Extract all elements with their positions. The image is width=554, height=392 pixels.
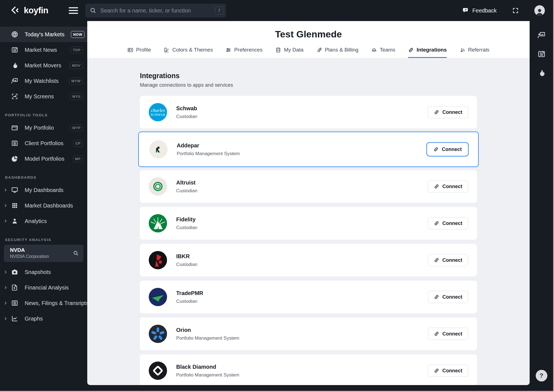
sidebar-item-my-portfolio[interactable]: My Portfolio MYP — [0, 120, 87, 135]
ticker-search-box[interactable]: NVDA NVIDIA Corporation — [4, 245, 83, 262]
sidebar-item-my-screens[interactable]: My Screens MYS — [0, 89, 87, 104]
altruist-logo — [149, 177, 167, 196]
integration-name: Orion — [176, 327, 239, 333]
watchlist-icon — [11, 77, 18, 84]
tab-label: Preferences — [234, 47, 262, 53]
menu-hamburger-icon[interactable] — [69, 7, 78, 14]
integration-name: Black Diamond — [176, 364, 239, 370]
integration-type: Custodian — [176, 299, 203, 304]
settings-tabs: Profile Colors & Themes — [87, 47, 530, 58]
link-icon — [434, 109, 439, 115]
tab-label: My Data — [284, 47, 304, 53]
sidebar-item-client-portfolios[interactable]: Client Portfolios CP — [0, 135, 87, 151]
news-panel-icon[interactable] — [537, 50, 546, 58]
connect-label: Connect — [442, 331, 462, 337]
pie-chart-icon — [11, 155, 18, 162]
link-icon — [434, 294, 439, 300]
schwab-logo-line2: SCHWAB — [150, 113, 165, 117]
shortcut-badge: MYW — [69, 78, 83, 84]
sidebar-item-model-portfolios[interactable]: Model Portfolios MP — [0, 151, 87, 166]
portfolios-icon — [11, 140, 18, 147]
tab-referrals[interactable]: Referrals — [460, 47, 489, 58]
database-icon — [275, 47, 281, 53]
tab-integrations[interactable]: Integrations — [408, 47, 447, 58]
integrations-heading: Integrations — [140, 72, 477, 80]
search-icon — [73, 250, 79, 256]
tab-colors-themes[interactable]: Colors & Themes — [164, 47, 213, 58]
fullscreen-icon[interactable] — [512, 7, 519, 14]
global-search[interactable]: / — [85, 4, 226, 17]
connect-label: Connect — [442, 368, 462, 374]
sidebar-item-label: Analytics — [25, 218, 47, 224]
koyfin-logo-text: koyfin — [24, 6, 48, 16]
sidebar-item-label: Graphs — [25, 316, 43, 322]
page-title: Test Glenmede — [87, 29, 530, 40]
connect-button-black-diamond[interactable]: Connect — [428, 365, 468, 377]
sidebar-item-financial-analysis[interactable]: $ Financial Analysis — [0, 280, 87, 295]
shortcut-badge: TOP — [71, 47, 83, 53]
connect-button-orion[interactable]: Connect — [428, 328, 468, 340]
shortcut-badge: MOV — [70, 62, 83, 69]
koyfin-logo-icon — [11, 6, 20, 15]
sidebar-item-my-dashboards[interactable]: My Dashboards — [0, 182, 87, 198]
line-chart-icon — [11, 315, 18, 322]
fidelity-logo — [149, 214, 167, 232]
newspaper-icon — [11, 299, 18, 307]
tab-preferences[interactable]: Preferences — [225, 47, 262, 58]
sidebar-item-my-watchlists[interactable]: My Watchlists MYW — [0, 73, 87, 89]
chevron-right-icon — [4, 188, 7, 192]
sidebar-item-market-dashboards[interactable]: Market Dashboards — [0, 198, 87, 213]
sidebar-item-market-news[interactable]: Market News TOP — [0, 42, 87, 58]
connect-label: Connect — [442, 294, 462, 300]
connect-button-fidelity[interactable]: Connect — [428, 217, 468, 229]
sidebar-item-label: Today's Markets — [25, 31, 65, 38]
shortcut-badge: MYS — [70, 93, 83, 100]
connect-label: Connect — [442, 147, 462, 152]
feedback-button[interactable]: Feedback — [462, 7, 497, 14]
wallet-icon — [11, 124, 18, 131]
sidebar-item-todays-markets[interactable]: Today's Markets NOW — [0, 27, 87, 42]
shortcut-badge: CP — [73, 140, 83, 147]
integration-card-schwab: charles SCHWAB Schwab Custodian Connect — [140, 96, 477, 129]
integration-type: Portfolio Management System — [176, 335, 239, 341]
slash-shortcut-key: / — [215, 6, 223, 15]
sidebar-item-graphs[interactable]: Graphs — [0, 311, 87, 326]
monitor-icon — [11, 186, 18, 194]
sidebar-item-snapshots[interactable]: Snapshots — [0, 264, 87, 280]
connect-button-tradepmr[interactable]: Connect — [428, 291, 468, 303]
connect-button-schwab[interactable]: Connect — [428, 106, 468, 118]
link-icon — [434, 221, 439, 226]
tab-plans-billing[interactable]: Plans & Billing — [316, 47, 358, 58]
watchlist-panel-icon[interactable] — [537, 31, 546, 39]
tab-teams[interactable]: Teams — [371, 47, 395, 58]
sidebar-item-label: My Portfolio — [25, 125, 54, 131]
integration-name: Fidelity — [176, 216, 198, 223]
integration-name: Altruist — [176, 180, 198, 186]
help-button[interactable]: ? — [536, 370, 547, 381]
link-icon — [434, 368, 439, 373]
movers-panel-icon[interactable] — [537, 69, 546, 77]
sidebar-item-news-filings-transcripts[interactable]: News, Filings & Transripts — [0, 295, 87, 311]
id-card-icon — [127, 47, 133, 53]
user-avatar[interactable] — [534, 5, 545, 16]
integration-card-addepar: Addepar Portfolio Management System Conn… — [138, 132, 479, 167]
integration-type: Custodian — [176, 225, 198, 230]
sidebar-item-label: Model Portfolios — [25, 156, 64, 162]
sidebar-item-label: Financial Analysis — [25, 285, 69, 291]
connect-button-altruist[interactable]: Connect — [428, 180, 468, 193]
search-input[interactable] — [100, 7, 215, 14]
tab-profile[interactable]: Profile — [127, 47, 151, 58]
connect-button-addepar[interactable]: Connect — [427, 143, 468, 155]
referrals-icon — [460, 47, 465, 53]
koyfin-logo[interactable]: koyfin — [11, 6, 48, 16]
integration-name: Schwab — [176, 105, 198, 112]
sidebar-item-market-movers[interactable]: Market Movers MOV — [0, 58, 87, 73]
sidebar-item-analytics[interactable]: Analytics — [0, 213, 87, 229]
connect-button-ibkr[interactable]: Connect — [428, 254, 468, 266]
tab-my-data[interactable]: My Data — [275, 47, 304, 58]
feedback-icon — [462, 7, 469, 14]
shortcut-badge: NOW — [71, 31, 84, 38]
sidebar-item-label: My Screens — [25, 93, 54, 100]
top-bar: koyfin / Feedback — [0, 0, 553, 21]
sidebar-section-dashboards: DASHBOARDS — [0, 175, 87, 180]
